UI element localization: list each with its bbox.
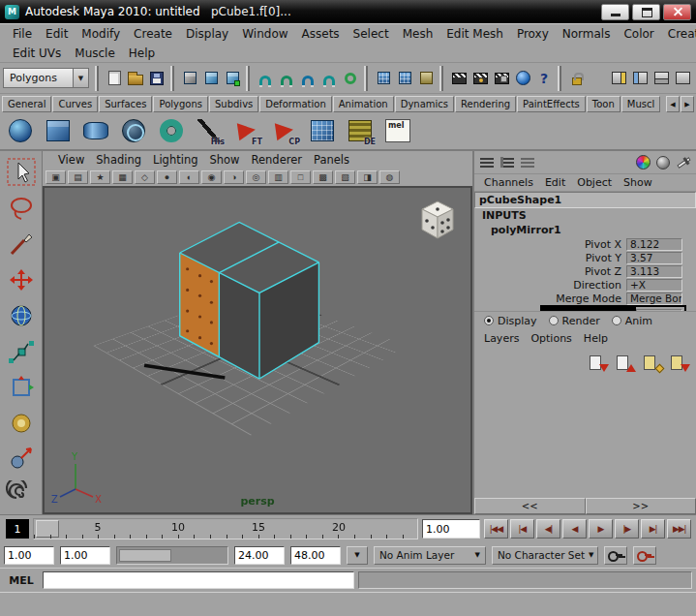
- playback-end-field[interactable]: [234, 546, 285, 565]
- auto-keyframe-toggle[interactable]: [604, 546, 627, 565]
- go-to-start-button[interactable]: |◀◀: [484, 519, 508, 539]
- step-forward-frame-button[interactable]: ▶|: [641, 519, 665, 539]
- select-camera-button[interactable]: ▣: [45, 170, 66, 184]
- lock-camera-button[interactable]: ▤: [68, 170, 88, 184]
- shelf-polysphere-smooth-button[interactable]: [116, 114, 151, 147]
- panel-menu-lighting[interactable]: Lighting: [147, 153, 203, 167]
- shelf-history-script-button[interactable]: His: [192, 114, 227, 147]
- collapse-left-button[interactable]: <<: [474, 498, 586, 514]
- ipr-render-button[interactable]: [469, 67, 491, 90]
- menu-color[interactable]: Color: [617, 27, 660, 41]
- command-line-input[interactable]: [43, 571, 354, 589]
- help-button[interactable]: ?: [533, 67, 555, 90]
- new-layer-from-selected-button[interactable]: [668, 353, 691, 374]
- snap-to-grids-button[interactable]: [255, 67, 276, 90]
- remove-from-layer-button[interactable]: [614, 353, 637, 374]
- view-cube[interactable]: [414, 198, 461, 242]
- menu-modify[interactable]: Modify: [75, 27, 127, 41]
- menu-mesh[interactable]: Mesh: [396, 27, 440, 41]
- safe-action-button[interactable]: ◨: [357, 170, 378, 184]
- panel-menu-panels[interactable]: Panels: [308, 153, 355, 167]
- channel-object-menu[interactable]: Object: [571, 176, 618, 189]
- manipulator-slider-button[interactable]: [675, 155, 692, 170]
- step-back-frame-button[interactable]: |◀: [510, 519, 534, 539]
- shelf-tab-polygons[interactable]: Polygons: [153, 96, 208, 112]
- menu-select[interactable]: Select: [347, 27, 396, 41]
- outliner-toggle[interactable]: [672, 67, 693, 90]
- snap-to-points-button[interactable]: [297, 67, 318, 90]
- render-current-frame-button[interactable]: [448, 67, 469, 90]
- menu-help[interactable]: Help: [122, 46, 162, 60]
- shelf-polytorus-button[interactable]: [154, 114, 189, 147]
- shelf-tab-general[interactable]: General: [2, 96, 51, 112]
- select-tool[interactable]: [4, 156, 39, 188]
- menu-set-selector[interactable]: Polygons ▼: [3, 68, 89, 88]
- shelf-tab-subdivs[interactable]: Subdivs: [209, 96, 258, 112]
- group-collapser[interactable]: [439, 66, 445, 91]
- move-to-layer-button[interactable]: [587, 353, 610, 374]
- layer-help-menu[interactable]: Help: [578, 332, 614, 345]
- snap-to-curves-button[interactable]: [276, 67, 297, 90]
- menu-file[interactable]: File: [6, 27, 39, 41]
- input-connections-button[interactable]: [373, 67, 394, 90]
- menu-edit[interactable]: Edit: [39, 27, 75, 41]
- menu-proxy[interactable]: Proxy: [510, 27, 556, 41]
- command-line-mode-toggle[interactable]: MEL: [0, 574, 43, 587]
- film-gate-button[interactable]: ▧: [335, 170, 355, 184]
- channel-layout-single-button[interactable]: [478, 155, 496, 170]
- move-tool[interactable]: [4, 263, 39, 295]
- textured-display-button[interactable]: ◉: [201, 170, 222, 184]
- character-set-selector[interactable]: No Character Set ▼: [492, 546, 598, 565]
- render-globe-button[interactable]: [512, 67, 533, 90]
- close-button[interactable]: [663, 4, 691, 20]
- node-polymirror1[interactable]: polyMirror1: [474, 223, 696, 237]
- menu-normals[interactable]: Normals: [556, 27, 618, 41]
- xray-display-button[interactable]: ◍: [379, 170, 400, 184]
- time-slider[interactable]: 5 10 15 20: [33, 518, 418, 539]
- channel-label-merge-mode[interactable]: Merge Mode: [474, 293, 626, 305]
- channel-value-pivot-x[interactable]: 8.122: [626, 238, 682, 251]
- collapse-right-button[interactable]: >>: [586, 498, 696, 514]
- channel-value-pivot-y[interactable]: 3.57: [626, 252, 682, 264]
- shelf-gridcube-button[interactable]: [305, 114, 340, 147]
- universal-manipulator-tool[interactable]: [4, 371, 39, 403]
- resolution-gate-button[interactable]: ▩: [313, 170, 333, 184]
- layer-options-menu[interactable]: Options: [525, 332, 577, 345]
- display-radio[interactable]: Display: [484, 315, 537, 327]
- menu-edit-mesh[interactable]: Edit Mesh: [439, 27, 510, 41]
- shelf-mel-script-button[interactable]: mel: [380, 114, 415, 147]
- step-back-key-button[interactable]: ◀|: [536, 519, 560, 539]
- shelf-tab-curves[interactable]: Curves: [52, 96, 98, 112]
- paint-select-tool[interactable]: [4, 228, 39, 260]
- smooth-shade-button[interactable]: ◐: [179, 170, 199, 184]
- lasso-tool[interactable]: [4, 192, 39, 224]
- new-empty-layer-button[interactable]: [641, 353, 664, 374]
- select-component-button[interactable]: [222, 67, 243, 90]
- camera-attributes-button[interactable]: ★: [90, 170, 110, 184]
- channel-layout-stacked-button[interactable]: [499, 155, 516, 170]
- output-connections-button[interactable]: [394, 67, 415, 90]
- shelf-tab-rendering[interactable]: Rendering: [455, 96, 516, 112]
- shadows-button[interactable]: ◎: [246, 170, 266, 184]
- go-to-end-button[interactable]: ▶▶|: [667, 519, 691, 539]
- anim-radio[interactable]: Anim: [612, 315, 652, 327]
- last-tool-used[interactable]: [4, 478, 39, 510]
- shelf-de-script-button[interactable]: DE: [343, 114, 378, 147]
- shelf-polycube-button[interactable]: [41, 114, 76, 147]
- panel-menu-show[interactable]: Show: [204, 153, 246, 167]
- soft-modification-tool[interactable]: [4, 407, 39, 439]
- menu-edit-uvs[interactable]: Edit UVs: [6, 46, 68, 60]
- menu-display[interactable]: Display: [179, 27, 235, 41]
- field-chart-button[interactable]: □: [290, 170, 311, 184]
- channel-label-direction[interactable]: Direction: [474, 279, 626, 292]
- minimize-button[interactable]: [601, 4, 629, 20]
- isolate-select-button[interactable]: ▥: [268, 170, 288, 184]
- image-plane-button[interactable]: ◇: [135, 170, 155, 184]
- attribute-editor-toggle[interactable]: [608, 67, 629, 90]
- channel-label-pivot-x[interactable]: Pivot X: [474, 238, 626, 251]
- channels-menu[interactable]: Channels: [478, 176, 539, 189]
- menu-window[interactable]: Window: [235, 27, 294, 41]
- menu-create[interactable]: Create: [127, 27, 179, 41]
- shelf-tab-surfaces[interactable]: Surfaces: [99, 96, 152, 112]
- shelf-cp-script-button[interactable]: CP: [267, 114, 302, 147]
